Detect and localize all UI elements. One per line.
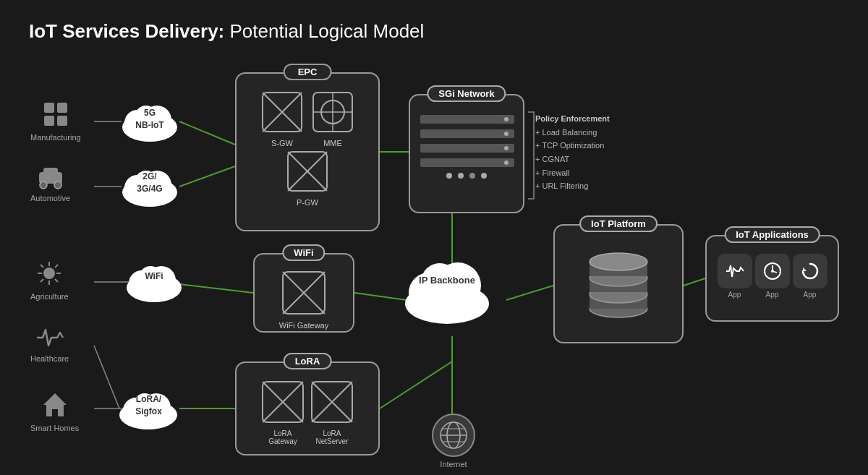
lora-netserver-icon bbox=[310, 380, 354, 424]
p-gw-item: P-GW bbox=[286, 150, 328, 207]
lora-netserver-label: LoRANetServer bbox=[310, 429, 354, 445]
icon-manufacturing: Manufacturing bbox=[30, 100, 81, 142]
cloud-lora-label: LoRA/Sigfox bbox=[114, 393, 183, 418]
cloud-ip-backbone: IP Backbone bbox=[396, 253, 498, 328]
rack-indicators bbox=[420, 173, 513, 179]
lora-label: LoRA bbox=[284, 353, 332, 369]
svg-line-31 bbox=[55, 265, 58, 268]
wifi-gateway-label: WiFi Gateway bbox=[262, 321, 346, 330]
internet-globe bbox=[432, 414, 475, 457]
svg-line-14 bbox=[684, 278, 705, 286]
cloud-lora: LoRA/Sigfox bbox=[114, 388, 183, 434]
icon-agriculture: Agriculture bbox=[30, 259, 69, 301]
rack-dot-1 bbox=[446, 173, 452, 179]
policy-item-5: + URL Filtering bbox=[535, 179, 610, 193]
svg-point-24 bbox=[43, 268, 55, 279]
wifi-gateway-inner: WiFi Gateway bbox=[255, 254, 353, 334]
svg-rect-18 bbox=[44, 116, 54, 126]
iot-platform-box: IoT Platform bbox=[553, 224, 684, 343]
s-gw-item: S-GW bbox=[261, 91, 303, 147]
svg-line-13 bbox=[506, 286, 553, 300]
rack-dot-2 bbox=[458, 173, 464, 179]
cloud-wifi-svg bbox=[122, 260, 187, 304]
svg-line-32 bbox=[41, 279, 43, 282]
title-normal: Potential Logical Model bbox=[224, 20, 424, 42]
lora-gateway-item: LoRAGateway bbox=[261, 380, 305, 445]
iot-platform-label: IoT Platform bbox=[579, 215, 658, 232]
lora-inner: LoRAGateway LoRANetServer bbox=[237, 363, 378, 453]
app-2-icon bbox=[755, 254, 790, 288]
iot-apps-label: IoT Applications bbox=[724, 226, 820, 243]
app-3-refresh-icon bbox=[800, 261, 820, 281]
wifi-gateway-icon bbox=[281, 270, 326, 315]
app-2: App bbox=[755, 254, 790, 299]
cloud-2g: 2G/3G/4G bbox=[117, 165, 182, 211]
svg-line-29 bbox=[41, 265, 43, 268]
healthcare-label: Healthcare bbox=[30, 354, 69, 363]
rack-dot-3 bbox=[469, 173, 475, 179]
svg-point-83 bbox=[771, 270, 774, 273]
icon-smart-homes: Smart Homes bbox=[30, 390, 79, 432]
app-3-icon bbox=[793, 254, 827, 288]
heartbeat-icon bbox=[35, 325, 64, 350]
epc-top-row: S-GW MME bbox=[261, 91, 354, 147]
app-3: App bbox=[793, 254, 827, 299]
policy-item-2: + TCP Optimization bbox=[535, 139, 610, 153]
automotive-label: Automotive bbox=[30, 194, 70, 202]
epc-box: EPC S-GW bbox=[235, 72, 380, 231]
svg-line-8 bbox=[179, 284, 253, 293]
rack-2 bbox=[420, 129, 514, 138]
svg-rect-17 bbox=[57, 103, 67, 113]
manufacturing-label: Manufacturing bbox=[30, 133, 81, 142]
title-bold: IoT Services Delivery: bbox=[29, 20, 224, 42]
policy-enforcement: Policy Enforcement + Load Balancing + TC… bbox=[535, 112, 610, 193]
ip-backbone-svg bbox=[396, 253, 498, 325]
policy-title: Policy Enforcement bbox=[535, 112, 610, 126]
icon-automotive: Automotive bbox=[30, 165, 70, 202]
database-stack bbox=[555, 226, 682, 320]
manufacturing-icon bbox=[41, 100, 70, 129]
s-gw-icon bbox=[261, 91, 303, 133]
p-gw-icon bbox=[286, 150, 328, 192]
svg-marker-33 bbox=[43, 393, 67, 416]
svg-line-5 bbox=[179, 121, 235, 145]
ip-backbone-label: IP Backbone bbox=[396, 275, 498, 286]
lora-box: LoRA LoRAGateway LoRANetServer bbox=[235, 361, 380, 455]
cloud-2g-label: 2G/3G/4G bbox=[117, 171, 182, 195]
sgi-box: SGi Network bbox=[409, 94, 524, 213]
p-gw-label: P-GW bbox=[286, 198, 328, 207]
lora-gateway-label: LoRAGateway bbox=[261, 429, 305, 445]
smart-homes-label: Smart Homes bbox=[30, 424, 79, 432]
diagram: IoT Services Delivery: Potential Logical… bbox=[0, 0, 868, 475]
app-3-label: App bbox=[793, 291, 827, 299]
mme-icon bbox=[312, 91, 354, 133]
svg-marker-84 bbox=[803, 268, 807, 271]
internet-label: Internet bbox=[427, 460, 480, 468]
app-1-icon bbox=[718, 254, 752, 288]
svg-line-6 bbox=[179, 166, 235, 187]
sgi-label: SGi Network bbox=[427, 85, 506, 102]
s-gw-label: S-GW bbox=[261, 139, 303, 147]
wifi-box: WiFi WiFi Gateway bbox=[253, 253, 354, 333]
rack-1 bbox=[420, 115, 514, 124]
mme-label: MME bbox=[312, 139, 354, 147]
app-1-wave-icon bbox=[725, 262, 745, 280]
rack-4 bbox=[420, 158, 514, 167]
app-2-gauge-icon bbox=[762, 261, 783, 281]
svg-rect-21 bbox=[43, 168, 58, 176]
app-2-label: App bbox=[755, 291, 790, 299]
rack-dot-4 bbox=[481, 173, 487, 179]
epc-bottom-row: P-GW bbox=[286, 150, 328, 207]
cloud-wifi-label: WiFi bbox=[122, 271, 187, 281]
epc-label: EPC bbox=[284, 64, 332, 80]
svg-rect-19 bbox=[57, 116, 67, 126]
globe-icon bbox=[438, 420, 469, 450]
app-1: App bbox=[718, 254, 752, 299]
page-title: IoT Services Delivery: Potential Logical… bbox=[29, 20, 424, 43]
lora-netserver-item: LoRANetServer bbox=[310, 380, 354, 445]
policy-item-4: + Firewall bbox=[535, 166, 610, 180]
policy-item-1: + Load Balancing bbox=[535, 126, 610, 140]
iot-apps-box: IoT Applications App bbox=[705, 235, 839, 322]
policy-item-3: + CGNAT bbox=[535, 153, 610, 166]
svg-line-11 bbox=[380, 361, 452, 408]
